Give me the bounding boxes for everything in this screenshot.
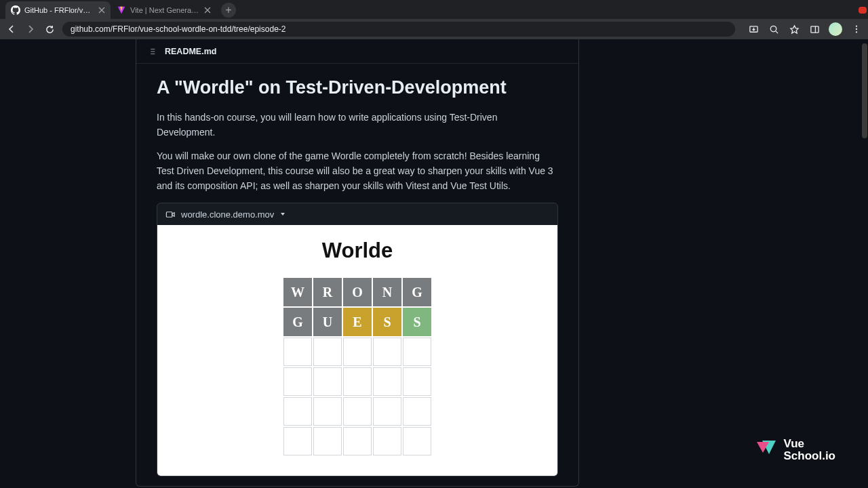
board-row: WRONG [283, 278, 431, 306]
browser-tab-inactive[interactable]: Vite | Next Generation Fronte [111, 1, 216, 19]
board-cell [313, 338, 342, 366]
video-embed: wordle.clone.demo.mov Worlde WRONGGUESS [157, 203, 558, 476]
board-cell: S [373, 308, 401, 336]
svg-rect-11 [810, 26, 818, 32]
new-tab-button[interactable]: + [221, 3, 236, 18]
board-cell: G [403, 278, 431, 306]
board-cell [373, 397, 401, 426]
readme-header: README.md [136, 39, 578, 64]
board-cell [343, 427, 372, 455]
svg-marker-24 [281, 213, 285, 216]
intro-paragraph-2: You will make our own clone of the game … [157, 149, 558, 193]
board-cell: R [313, 278, 342, 306]
board-cell [283, 338, 312, 366]
board-cell [373, 427, 401, 455]
chevron-down-icon [279, 211, 286, 218]
sidepanel-icon[interactable] [808, 23, 821, 35]
board-cell: E [343, 308, 372, 336]
tab-title: Vite | Next Generation Fronte [130, 6, 200, 14]
forward-button[interactable] [24, 23, 37, 35]
svg-point-14 [856, 28, 857, 30]
board-row: GUESS [283, 308, 431, 336]
kebab-menu-icon[interactable] [850, 23, 863, 35]
svg-point-15 [856, 31, 857, 33]
board-cell: W [283, 278, 312, 306]
board-cell [373, 367, 401, 396]
board-cell [313, 427, 342, 455]
readme-panel: README.md A "Wordle" on Test-Driven-Deve… [136, 39, 579, 487]
update-indicator[interactable] [859, 7, 867, 14]
page-title: A "Wordle" on Test-Driven-Development [157, 77, 558, 98]
vueschool-watermark: Vue School.io [757, 438, 836, 462]
browser-toolbar: github.com/FRFlor/vue-school-wordle-on-t… [0, 19, 868, 39]
board-row [283, 427, 431, 455]
board-cell [343, 397, 372, 426]
profile-avatar[interactable] [829, 22, 842, 36]
video-header[interactable]: wordle.clone.demo.mov [157, 203, 557, 225]
video-frame[interactable]: Worlde WRONGGUESS [157, 225, 557, 476]
board-row [283, 338, 431, 366]
github-favicon [11, 5, 20, 15]
tab-title: GitHub - FRFlor/vue-school-... [24, 6, 94, 14]
video-icon [165, 209, 176, 220]
board-cell [343, 338, 372, 366]
board-cell [403, 397, 431, 426]
board-cell: N [373, 278, 401, 306]
board-row [283, 367, 431, 396]
board-cell [313, 367, 342, 396]
svg-rect-22 [166, 212, 172, 218]
back-button[interactable] [5, 23, 18, 35]
video-filename: wordle.clone.demo.mov [181, 209, 274, 220]
svg-point-8 [770, 26, 776, 31]
vite-favicon [117, 5, 126, 15]
svg-marker-10 [790, 25, 797, 33]
svg-line-9 [775, 30, 777, 33]
board-cell [373, 338, 401, 366]
board-cell [403, 427, 431, 455]
intro-paragraph-1: In this hands-on course, you will learn … [157, 110, 558, 140]
url-text: github.com/FRFlor/vue-school-wordle-on-t… [71, 24, 285, 34]
wordle-board: WRONGGUESS [165, 278, 549, 455]
board-cell [283, 397, 312, 426]
board-cell [283, 427, 312, 455]
game-title: Worlde [165, 239, 549, 263]
zoom-icon[interactable] [768, 23, 780, 35]
watermark-line2: School.io [784, 450, 836, 462]
board-cell: G [283, 308, 312, 336]
board-cell [283, 367, 312, 396]
readme-filename: README.md [165, 47, 216, 56]
close-icon[interactable] [98, 7, 105, 14]
board-cell [313, 397, 342, 426]
list-icon[interactable] [147, 47, 157, 56]
install-icon[interactable] [747, 23, 760, 35]
board-row [283, 397, 431, 426]
address-bar[interactable]: github.com/FRFlor/vue-school-wordle-on-t… [62, 22, 735, 37]
board-cell: S [403, 308, 431, 336]
board-cell: U [313, 308, 342, 336]
svg-point-13 [856, 25, 857, 26]
board-cell [403, 367, 431, 396]
watermark-line1: Vue [784, 438, 836, 450]
browser-tab-active[interactable]: GitHub - FRFlor/vue-school-... [5, 1, 111, 19]
scrollbar-thumb[interactable] [862, 43, 867, 138]
board-cell [343, 367, 372, 396]
board-cell: O [343, 278, 372, 306]
close-icon[interactable] [204, 7, 211, 14]
tab-strip: GitHub - FRFlor/vue-school-... Vite | Ne… [0, 0, 868, 19]
bookmark-icon[interactable] [788, 23, 800, 35]
vueschool-logo-icon [757, 441, 776, 460]
readme-body: A "Wordle" on Test-Driven-Development In… [136, 64, 578, 486]
reload-button[interactable] [43, 23, 56, 35]
board-cell [403, 338, 431, 366]
